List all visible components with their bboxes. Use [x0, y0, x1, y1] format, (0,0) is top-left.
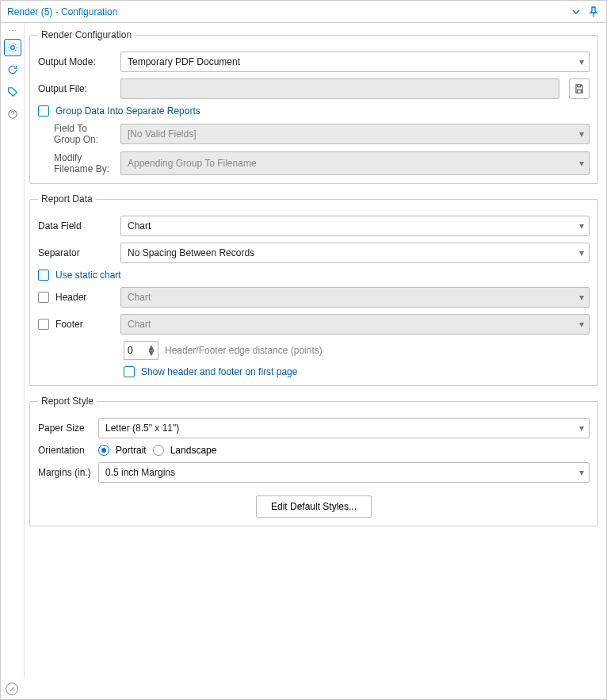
status-ok-icon: ✓: [6, 683, 18, 695]
landscape-label: Landscape: [170, 445, 217, 456]
modify-filename-label: Modify Filename By:: [38, 152, 114, 174]
footer-select: Chart ▾: [120, 314, 590, 335]
field-group-label: Field To Group On:: [38, 123, 114, 145]
chevron-down-icon: ▾: [579, 292, 584, 303]
pin-icon[interactable]: [587, 6, 600, 18]
margins-label: Margins (in.): [38, 467, 92, 478]
use-static-checkbox[interactable]: [38, 270, 49, 281]
header-label: Header: [55, 292, 114, 303]
output-mode-select[interactable]: Temporary PDF Document ▾: [120, 52, 590, 72]
report-style-group: Report Style Paper Size Letter (8.5" x 1…: [29, 396, 598, 526]
portrait-radio[interactable]: [98, 445, 109, 456]
chevron-down-icon: ▾: [579, 220, 584, 231]
chevron-down-icon: ▾: [579, 128, 584, 140]
render-config-group: Render Configuration Output Mode: Tempor…: [29, 29, 598, 184]
show-first-page-checkbox[interactable]: [124, 366, 135, 377]
paper-size-select[interactable]: Letter (8.5" x 11") ▾: [98, 418, 590, 438]
paper-size-label: Paper Size: [38, 423, 92, 434]
edge-distance-hint: Header/Footer edge distance (points): [165, 345, 323, 356]
chevron-down-icon: ▾: [579, 319, 584, 330]
save-file-button[interactable]: [569, 78, 590, 99]
chevron-down-icon: ▾: [579, 247, 584, 258]
report-data-group: Report Data Data Field Chart ▾ Separator…: [29, 193, 598, 386]
footer-label: Footer: [55, 319, 114, 330]
data-field-select[interactable]: Chart ▾: [120, 216, 590, 236]
modify-filename-select: Appending Group To Filename ▾: [120, 151, 590, 175]
help-icon[interactable]: [4, 105, 21, 123]
chevron-down-icon: ▾: [579, 467, 584, 478]
landscape-radio[interactable]: [153, 445, 164, 456]
refresh-icon[interactable]: [4, 61, 21, 78]
window-title: Render (5) - Configuration: [7, 6, 117, 17]
report-style-legend: Report Style: [38, 396, 97, 407]
orientation-label: Orientation: [38, 445, 92, 456]
margins-select[interactable]: 0.5 inch Margins ▾: [98, 462, 590, 483]
separator-select[interactable]: No Spacing Between Records ▾: [120, 243, 590, 263]
show-first-page-label: Show header and footer on first page: [141, 366, 297, 377]
footer-checkbox[interactable]: [38, 319, 49, 330]
collapse-icon[interactable]: [570, 6, 582, 18]
gear-icon[interactable]: [4, 39, 21, 56]
output-mode-label: Output Mode:: [38, 56, 114, 67]
group-data-checkbox[interactable]: [38, 105, 49, 117]
tag-icon[interactable]: [4, 83, 21, 101]
portrait-label: Portrait: [116, 445, 147, 456]
use-static-label: Use static chart: [55, 270, 121, 281]
output-file-label: Output File:: [38, 83, 114, 94]
edge-distance-spinner[interactable]: 0 ▲▼: [124, 341, 158, 360]
chevron-down-icon: ▾: [579, 56, 584, 67]
edit-default-styles-button[interactable]: Edit Default Styles...: [256, 495, 372, 518]
chevron-down-icon: ▾: [579, 423, 584, 434]
render-config-legend: Render Configuration: [38, 29, 135, 40]
report-data-legend: Report Data: [38, 193, 96, 205]
chevron-down-icon: ▾: [579, 158, 584, 169]
data-field-label: Data Field: [38, 220, 114, 231]
spinner-down-icon[interactable]: ▼: [147, 350, 156, 356]
separator-label: Separator: [38, 247, 114, 258]
output-file-input[interactable]: [120, 78, 559, 99]
header-select: Chart ▾: [120, 287, 590, 308]
field-group-select: [No Valid Fields] ▾: [120, 124, 590, 144]
drag-handle-icon: ⋯: [9, 26, 17, 34]
header-checkbox[interactable]: [38, 292, 49, 303]
group-data-label: Group Data Into Separate Reports: [55, 105, 200, 117]
